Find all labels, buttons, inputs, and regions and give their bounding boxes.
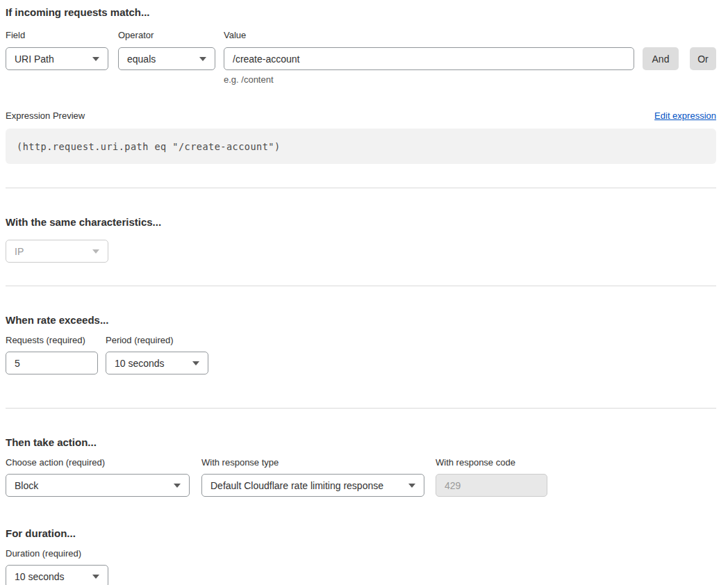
expression-preview-box: (http.request.uri.path eq "/create-accou… <box>6 129 716 164</box>
response-type-select-value: Default Cloudflare rate limiting respons… <box>210 480 383 491</box>
value-label: Value <box>224 30 634 41</box>
expression-preview-label: Expression Preview <box>6 110 85 121</box>
chevron-down-icon <box>92 57 99 61</box>
chevron-down-icon <box>192 361 199 365</box>
period-column: Period (required) 10 seconds <box>106 335 208 374</box>
operator-select[interactable]: equals <box>118 47 215 70</box>
requests-label: Requests (required) <box>6 335 98 346</box>
chevron-down-icon <box>92 575 99 579</box>
action-row: Choose action (required) Block With resp… <box>6 457 716 497</box>
response-code-column: With response code <box>436 457 547 497</box>
or-button[interactable]: Or <box>690 47 716 70</box>
response-code-input <box>436 474 547 497</box>
characteristic-select: IP <box>6 240 108 263</box>
choose-action-label: Choose action (required) <box>6 457 190 468</box>
characteristics-section-heading: With the same characteristics... <box>6 215 716 229</box>
field-select-value: URI Path <box>15 53 54 65</box>
and-button[interactable]: And <box>643 47 679 70</box>
chevron-down-icon <box>408 484 415 488</box>
operator-column: Operator equals <box>118 30 215 70</box>
rate-section-heading: When rate exceeds... <box>6 313 716 327</box>
requests-column: Requests (required) <box>6 335 98 374</box>
section-divider <box>6 286 716 286</box>
duration-label: Duration (required) <box>6 548 108 559</box>
requests-input[interactable] <box>6 352 98 374</box>
duration-section-heading: For duration... <box>6 527 716 540</box>
field-select[interactable]: URI Path <box>6 47 108 70</box>
choose-action-column: Choose action (required) Block <box>6 457 190 497</box>
value-column: Value e.g. /content <box>224 30 634 85</box>
duration-column: Duration (required) 10 seconds <box>6 548 108 585</box>
edit-expression-link[interactable]: Edit expression <box>654 110 716 121</box>
response-type-label: With response type <box>201 457 424 468</box>
section-divider <box>6 188 716 188</box>
chevron-down-icon <box>174 484 181 488</box>
response-type-select[interactable]: Default Cloudflare rate limiting respons… <box>201 474 424 497</box>
match-section-heading: If incoming requests match... <box>6 6 716 19</box>
chevron-down-icon <box>92 249 99 254</box>
expression-preview-header: Expression Preview Edit expression <box>6 110 716 121</box>
field-column: Field URI Path <box>6 30 108 70</box>
section-divider <box>6 408 716 409</box>
rate-limiting-rule-form: If incoming requests match... Field URI … <box>0 0 728 585</box>
period-label: Period (required) <box>106 335 208 346</box>
duration-select[interactable]: 10 seconds <box>6 565 108 585</box>
chevron-down-icon <box>199 57 206 61</box>
expression-code: (http.request.uri.path eq "/create-accou… <box>17 141 281 152</box>
value-input[interactable] <box>224 47 634 70</box>
action-section-heading: Then take action... <box>6 436 716 449</box>
operator-select-value: equals <box>127 53 156 65</box>
match-criteria-row: Field URI Path Operator equals Value e.g… <box>6 30 716 85</box>
duration-select-value: 10 seconds <box>15 571 65 582</box>
operator-label: Operator <box>118 30 215 41</box>
choose-action-select-value: Block <box>15 480 38 491</box>
field-label: Field <box>6 30 108 41</box>
response-type-column: With response type Default Cloudflare ra… <box>201 457 424 497</box>
value-hint: e.g. /content <box>224 74 634 85</box>
response-code-label: With response code <box>436 457 547 468</box>
choose-action-select[interactable]: Block <box>6 474 190 497</box>
period-select[interactable]: 10 seconds <box>106 352 208 374</box>
characteristic-select-value: IP <box>15 246 24 257</box>
period-select-value: 10 seconds <box>115 358 165 369</box>
rate-row: Requests (required) Period (required) 10… <box>6 335 716 374</box>
